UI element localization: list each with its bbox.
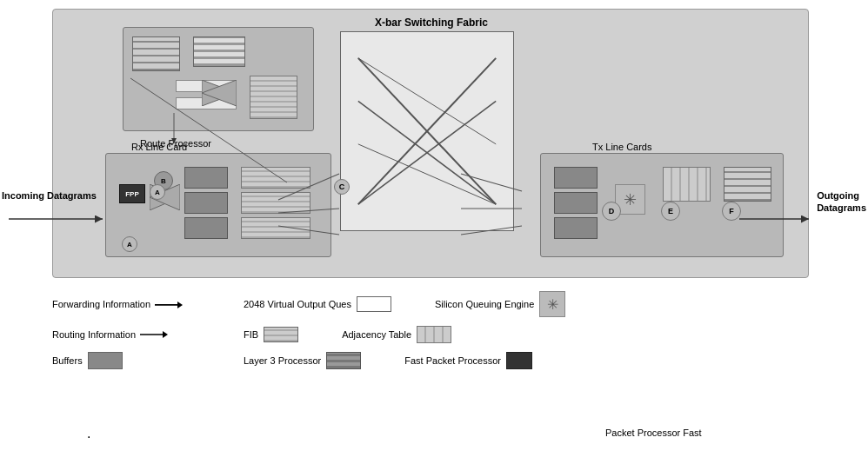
- legend-routing: Routing Information: [52, 329, 226, 340]
- svg-marker-11: [177, 302, 183, 308]
- adj-label: Adjacency Table: [342, 329, 411, 340]
- rx-fpp-box: FPP: [119, 184, 145, 203]
- route-processor-card: [123, 27, 314, 131]
- rx-line-card-label: Rx Line Card: [131, 142, 187, 152]
- fib-icon: [264, 327, 298, 342]
- rx-line-card: FPP B A A: [105, 153, 331, 257]
- tx-table: [724, 167, 771, 202]
- incoming-datagrams-label: Incoming Datagrams: [2, 189, 97, 202]
- legend-fpp: Fast Packet Processor: [404, 352, 532, 369]
- legend-forwarding: Forwarding Information: [52, 299, 226, 309]
- buffers-label: Buffers: [52, 355, 83, 366]
- dot: .: [87, 426, 90, 441]
- rx-fib-row-2: [241, 192, 310, 214]
- routing-label: Routing Information: [52, 329, 136, 340]
- diagram-container: X-bar Switching Fabric Route Processor R…: [52, 9, 809, 278]
- tx-circle-e: E: [661, 202, 680, 221]
- fib-label: FIB: [244, 329, 258, 340]
- forwarding-label: Forwarding Information: [52, 299, 150, 309]
- rx-buffers: [184, 167, 228, 245]
- legend-l3: Layer 3 Processor: [244, 352, 361, 369]
- rx-fib-row-1: [241, 167, 310, 189]
- buffer-icon: [88, 352, 123, 369]
- rx-buf-2: [184, 192, 228, 214]
- l3-label: Layer 3 Processor: [244, 355, 321, 366]
- xbar-label: X-bar Switching Fabric: [375, 17, 488, 29]
- xbar-box: [340, 31, 514, 231]
- rx-fib-row-3: [241, 217, 310, 239]
- xbar-svg: [341, 32, 513, 230]
- rx-circle-a2: A: [150, 184, 165, 200]
- tx-line-card: ✳ D E F: [540, 153, 784, 257]
- rx-buf-3: [184, 217, 228, 239]
- tx-circle-f: F: [722, 202, 741, 221]
- legend-fib: FIB: [244, 327, 298, 342]
- l3-icon: [326, 352, 361, 369]
- rc-fib: [250, 76, 297, 119]
- voq-label: 2048 Virtual Output Ques: [244, 299, 351, 309]
- legend-sqe: Silicon Queuing Engine: [435, 291, 565, 317]
- legend-adj: Adjacency Table: [342, 326, 451, 343]
- tx-line-cards-label: Tx Line Cards: [592, 142, 651, 152]
- legend-area: Forwarding Information 2048 Virtual Outp…: [52, 291, 809, 369]
- sqe-icon: [539, 291, 565, 317]
- adj-icon: [417, 326, 451, 343]
- tx-buffers: [554, 167, 598, 245]
- rx-circle-a1: A: [122, 236, 137, 252]
- routing-arrow-svg: [140, 330, 168, 339]
- legend-buffers: Buffers: [52, 352, 226, 369]
- fpp-label: Fast Packet Processor: [404, 355, 501, 366]
- tx-circle-d: D: [602, 202, 621, 221]
- packet-processor-fast-label: Packet Processor Fast: [605, 428, 702, 438]
- tx-adj: [663, 167, 711, 202]
- outgoing-datagrams-label: OutgoingDatagrams: [817, 189, 866, 215]
- legend-voq: 2048 Virtual Output Ques: [244, 296, 391, 312]
- fpp-icon: [506, 352, 532, 369]
- tx-buf-3: [554, 217, 598, 239]
- svg-marker-13: [163, 331, 168, 338]
- voq-icon: [357, 296, 391, 312]
- rx-buf-1: [184, 167, 228, 189]
- rc-bowtie: [202, 80, 237, 106]
- forwarding-arrow: [155, 304, 181, 305]
- rc-table2: [193, 36, 245, 67]
- xbar-circle-c: C: [334, 179, 350, 195]
- rc-table1: [132, 36, 180, 71]
- tx-buf-1: [554, 167, 598, 189]
- tx-buf-2: [554, 192, 598, 214]
- forwarding-arrow-svg: [155, 301, 183, 309]
- rx-fib: [241, 167, 310, 245]
- sqe-label: Silicon Queuing Engine: [435, 299, 534, 309]
